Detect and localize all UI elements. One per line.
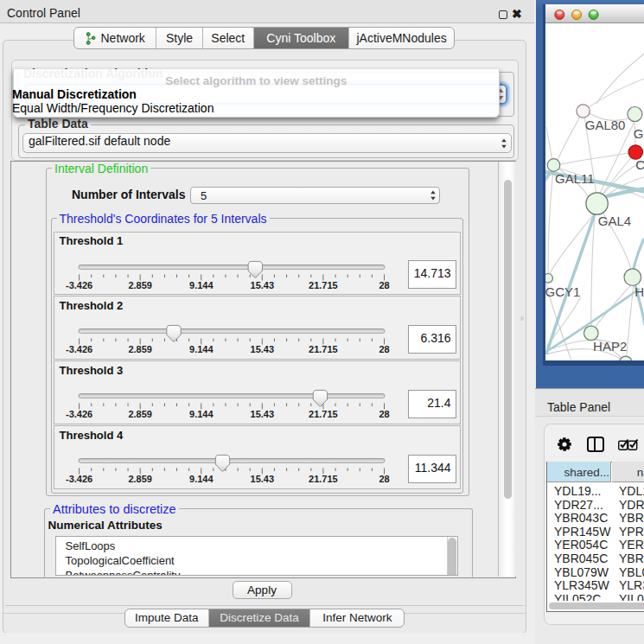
svg-text:GAL80: GAL80 bbox=[585, 118, 626, 132]
svg-text:2.859: 2.859 bbox=[128, 409, 152, 419]
svg-text:9.144: 9.144 bbox=[189, 344, 214, 354]
svg-text:-3.426: -3.426 bbox=[66, 279, 92, 290]
svg-text:2.859: 2.859 bbox=[128, 474, 152, 484]
svg-text:9.144: 9.144 bbox=[189, 279, 214, 290]
svg-text:-3.426: -3.426 bbox=[66, 344, 92, 354]
svg-text:GAL: GAL bbox=[634, 126, 644, 141]
svg-text:GAL4: GAL4 bbox=[598, 214, 631, 228]
svg-text:21.715: 21.715 bbox=[309, 344, 338, 354]
svg-text:2.859: 2.859 bbox=[128, 344, 152, 354]
svg-text:9.144: 9.144 bbox=[189, 474, 214, 484]
svg-text:28: 28 bbox=[379, 279, 389, 290]
svg-text:9.144: 9.144 bbox=[189, 409, 214, 419]
svg-text:21.715: 21.715 bbox=[309, 474, 338, 484]
svg-text:21.715: 21.715 bbox=[309, 279, 338, 290]
svg-text:15.43: 15.43 bbox=[251, 279, 275, 290]
svg-text:28: 28 bbox=[379, 409, 389, 419]
svg-text:-3.426: -3.426 bbox=[66, 409, 92, 419]
svg-text:21.715: 21.715 bbox=[309, 409, 338, 419]
svg-text:15.43: 15.43 bbox=[251, 344, 275, 354]
svg-text:15.43: 15.43 bbox=[251, 474, 275, 484]
svg-text:-3.426: -3.426 bbox=[66, 474, 92, 484]
svg-text:28: 28 bbox=[379, 344, 389, 354]
svg-text:GAL11: GAL11 bbox=[555, 172, 595, 187]
svg-text:2.859: 2.859 bbox=[128, 279, 152, 290]
svg-text:H: H bbox=[634, 284, 643, 299]
svg-text:15.43: 15.43 bbox=[251, 409, 275, 419]
svg-text:GCY1: GCY1 bbox=[545, 284, 580, 299]
svg-text:C: C bbox=[635, 158, 643, 173]
svg-text:28: 28 bbox=[379, 474, 389, 484]
svg-text:HAP2: HAP2 bbox=[593, 339, 627, 354]
